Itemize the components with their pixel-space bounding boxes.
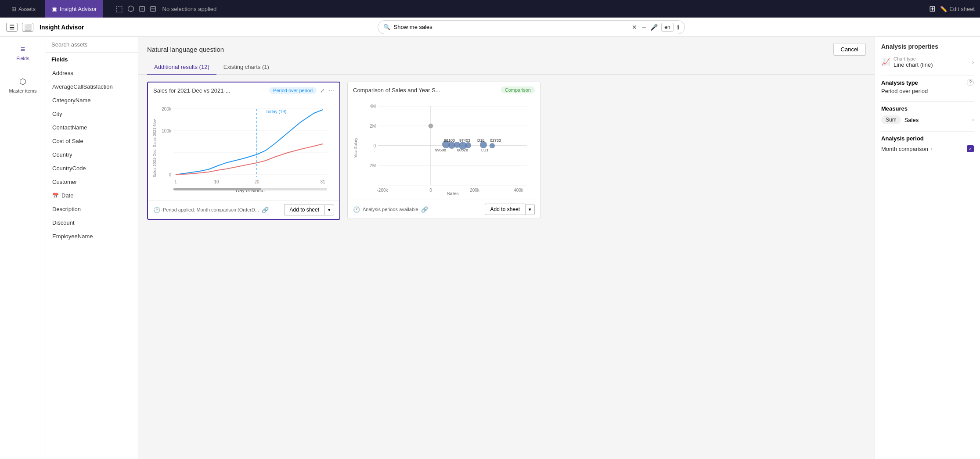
sidebar-toggle-1[interactable]: ☰ — [6, 23, 18, 32]
divider-2 — [881, 101, 974, 102]
field-item-discount[interactable]: Discount — [46, 216, 138, 230]
chart-1-header: Sales for 2021-Dec vs 2021-... Period ov… — [148, 82, 339, 98]
advisor-tab[interactable]: ◉ Insight Advisor — [45, 0, 103, 18]
field-label: Country — [52, 151, 72, 158]
svg-text:200k: 200k — [162, 107, 172, 111]
divider-1 — [881, 75, 974, 75]
svg-text:31: 31 — [320, 179, 325, 184]
chart-1-title: Sales for 2021-Dec vs 2021-... — [153, 87, 266, 94]
field-item-employee[interactable]: EmployeeName — [46, 230, 138, 243]
analysis-type-help[interactable]: ? — [967, 79, 974, 86]
month-comparison-checkbox[interactable]: ✓ — [967, 145, 974, 152]
sidebar-toggle-2[interactable]: ⬜ — [22, 23, 33, 32]
advisor-icon: ◉ — [51, 5, 58, 13]
add-sheet-dropdown-1[interactable]: ▾ — [324, 204, 334, 215]
more-options-icon[interactable]: ⋯ — [328, 87, 334, 94]
field-item-contact[interactable]: ContactName — [46, 121, 138, 134]
left-sidebar: ≡ Fields ⬡ Master items — [0, 37, 46, 459]
chart-2-footer: 🕐 Analysis periods available 🔗 Add to sh… — [348, 200, 540, 219]
link-icon-2[interactable]: 🔗 — [421, 206, 428, 213]
measures-chevron[interactable]: › — [972, 117, 974, 123]
clear-search-icon[interactable]: ✕ — [632, 24, 637, 31]
add-sheet-dropdown-2[interactable]: ▾ — [525, 204, 535, 215]
language-selector[interactable]: en — [661, 23, 673, 32]
svg-text:02733: 02733 — [490, 138, 501, 143]
svg-text:200k: 200k — [470, 188, 480, 193]
field-item-customer[interactable]: Customer — [46, 175, 138, 189]
chart-1-footer-left: 🕐 Period applied: Month comparison (Orde… — [153, 207, 269, 213]
sidebar-item-fields[interactable]: ≡ Fields — [13, 41, 32, 65]
forward-icon[interactable]: → — [641, 24, 647, 31]
month-comparison-label: Month comparison — [881, 146, 928, 152]
assets-label: Assets — [18, 6, 36, 12]
field-item-avgcall[interactable]: AverageCallSatisfaction — [46, 80, 138, 93]
chart-type-chevron[interactable]: › — [972, 59, 974, 65]
content-title: Natural language question — [147, 46, 224, 53]
toolbar: ☰ ⬜ Insight Advisor 🔍 ✕ → 🎤 en ℹ — [0, 18, 980, 37]
content-area: Natural language question Cancel Additio… — [138, 37, 875, 459]
field-item-address[interactable]: Address — [46, 66, 138, 80]
chart-type-section: 📈 Chart type Line chart (line) › — [881, 56, 974, 68]
svg-text:99508: 99508 — [435, 148, 446, 152]
field-item-countrycode[interactable]: CountryCode — [46, 161, 138, 175]
month-comparison-chevron[interactable]: › — [931, 146, 933, 152]
field-item-country[interactable]: Country — [46, 148, 138, 161]
line-chart-svg: 200k 100k 0 1 10 20 31 Day of Month Sale… — [151, 100, 336, 197]
tab-additional-results[interactable]: Additional results (12) — [147, 60, 216, 75]
field-item-description[interactable]: Description — [46, 202, 138, 216]
measures-section: Measures Sum Sales › — [881, 105, 974, 124]
chart-card-1: Sales for 2021-Dec vs 2021-... Period ov… — [147, 82, 340, 220]
content-header: Natural language question Cancel — [138, 37, 875, 56]
mic-icon[interactable]: 🎤 — [650, 24, 658, 31]
search-icon: 🔍 — [383, 24, 390, 30]
svg-text:0: 0 — [429, 188, 432, 193]
field-label: Discount — [52, 219, 75, 226]
advisor-label: Insight Advisor — [60, 6, 97, 12]
zoom-tool-icon[interactable]: ⊡ — [139, 4, 145, 14]
chart-type-label: Chart type — [894, 56, 933, 61]
svg-point-34 — [429, 124, 433, 128]
clock-icon: 🕐 — [153, 207, 160, 213]
top-bar: ⊞ Assets ◉ Insight Advisor ⬚ ⬡ ⊡ ⊟ No se… — [0, 0, 980, 18]
svg-text:Year Salary: Year Salary — [353, 137, 358, 158]
info-icon[interactable]: ℹ — [677, 24, 679, 31]
chart-1-badge: Period over period — [269, 87, 317, 94]
assets-icon: ⊞ — [11, 6, 16, 12]
field-item-city[interactable]: City — [46, 107, 138, 121]
field-item-category[interactable]: CategoryName — [46, 93, 138, 107]
right-panel: Analysis properties 📈 Chart type Line ch… — [875, 37, 980, 459]
svg-text:2M: 2M — [370, 124, 376, 129]
svg-text:-200k: -200k — [377, 188, 388, 193]
lasso-tool-icon[interactable]: ⬡ — [127, 4, 134, 14]
field-item-costofsale[interactable]: Cost of Sale — [46, 134, 138, 148]
fields-search-input[interactable] — [51, 41, 133, 48]
field-label: Cost of Sale — [52, 138, 83, 144]
analysis-type-value: Period over period — [881, 88, 928, 94]
svg-text:Today (19): Today (19) — [266, 109, 286, 114]
search-input[interactable] — [394, 24, 627, 30]
cancel-button[interactable]: Cancel — [833, 43, 866, 56]
brush-tool-icon[interactable]: ⊟ — [150, 4, 156, 14]
add-sheet-button-1[interactable]: Add to sheet — [284, 204, 324, 215]
svg-point-39 — [465, 142, 471, 148]
toolbar-title: Insight Advisor — [40, 24, 84, 31]
add-sheet-button-2[interactable]: Add to sheet — [485, 204, 525, 215]
chart-1-footer: 🕐 Period applied: Month comparison (Orde… — [148, 200, 339, 219]
svg-text:D18: D18 — [477, 138, 485, 143]
edit-sheet-button[interactable]: ✏️ Edit sheet — [940, 6, 975, 12]
fields-icon: ≡ — [21, 45, 25, 54]
svg-text:-2M: -2M — [368, 163, 376, 168]
sum-chip: Sum — [881, 115, 901, 124]
link-icon[interactable]: 🔗 — [262, 207, 269, 213]
assets-tab[interactable]: ⊞ Assets — [5, 0, 42, 18]
tab-existing-charts[interactable]: Existing charts (1) — [216, 60, 276, 75]
expand-icon[interactable]: ⤢ — [320, 87, 325, 94]
chart-2-footer-text: Analysis periods available — [363, 207, 418, 212]
field-item-date[interactable]: 📅 Date — [46, 189, 138, 202]
field-label: Description — [52, 206, 81, 212]
sales-measure-label: Sales — [904, 117, 919, 123]
select-tool-icon[interactable]: ⬚ — [115, 4, 123, 14]
grid-icon[interactable]: ⊞ — [929, 4, 936, 14]
sidebar-item-master-items[interactable]: ⬡ Master items — [6, 73, 40, 97]
charts-area: Sales for 2021-Dec vs 2021-... Period ov… — [138, 75, 875, 459]
